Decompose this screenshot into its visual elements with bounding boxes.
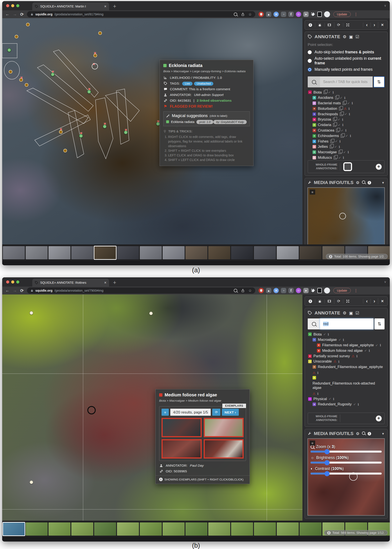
close-window-button[interactable] — [6, 4, 9, 7]
slider-track[interactable] — [311, 473, 382, 475]
facebook-extension-icon[interactable]: f — [288, 288, 294, 293]
info-icon[interactable]: i — [339, 145, 340, 149]
expand-icon[interactable]: + — [313, 101, 316, 105]
tree-item[interactable]: +Redundant_Filamentous algae_epiphyte⚠i — [308, 364, 385, 376]
slider-thumb[interactable] — [324, 460, 329, 465]
filmstrip-thumbnail[interactable] — [208, 522, 230, 536]
browser-tab[interactable]: SQUIDLE+ ANNOTATE: Martin I × — [32, 2, 109, 10]
filmstrip-thumbnail[interactable] — [254, 246, 276, 259]
copy-icon[interactable] — [336, 129, 339, 132]
tree-item[interactable]: +Bacterial mats✓i — [308, 100, 385, 106]
drive-extension-icon[interactable]: ▲ — [266, 12, 271, 17]
copy-icon[interactable] — [330, 140, 333, 143]
tree-item[interactable]: +Medium foliose red algae✓i — [308, 348, 385, 353]
info-icon[interactable]: i — [344, 96, 345, 100]
bookmark-star-icon[interactable]: ☆ — [248, 288, 252, 293]
filmstrip-thumbnail[interactable] — [49, 522, 70, 536]
copy-icon[interactable] — [330, 145, 333, 149]
tree-item[interactable]: −Biota✓i — [308, 90, 385, 95]
annotate-image-icon[interactable]: ▣ — [349, 34, 353, 39]
tree-item[interactable]: −Macroalgae✓i — [308, 337, 385, 342]
annotation-image[interactable]: Medium foliose red algae Biota > Macroal… — [2, 294, 302, 521]
tree-item[interactable]: +Fishes✓i — [308, 139, 385, 144]
close-panel-icon[interactable]: × — [378, 22, 386, 28]
extensions-puzzle-icon[interactable] — [311, 288, 315, 293]
tree-item[interactable]: +Redundant_Filamentous rock-attached alg… — [308, 376, 385, 396]
pointer-extension-icon[interactable]: ➤ — [303, 288, 308, 293]
radio-button[interactable] — [308, 59, 312, 63]
minimize-window-button[interactable] — [11, 4, 14, 7]
copy-icon[interactable] — [335, 96, 338, 100]
extensions-puzzle-icon[interactable] — [311, 12, 315, 16]
tree-item[interactable]: +Molluscs✓i — [308, 155, 385, 161]
copy-icon[interactable] — [323, 91, 327, 94]
pointer-extension-icon[interactable]: ➤ — [303, 12, 308, 17]
forward-button[interactable]: → — [13, 288, 17, 293]
adblock-extension-icon[interactable] — [259, 12, 264, 17]
share-icon[interactable] — [241, 289, 245, 292]
tab-close-icon[interactable]: × — [104, 4, 106, 8]
tag-pill[interactable]: Unattached — [194, 82, 213, 86]
search-input[interactable]: Search / TAB for quick lists — [320, 76, 373, 87]
info-icon[interactable]: i — [333, 397, 334, 401]
refresh-icon[interactable]: ⟳ — [334, 22, 343, 28]
collapse-icon[interactable]: − — [308, 91, 312, 94]
filmstrip-thumbnail[interactable] — [3, 246, 25, 259]
filmstrip-thumbnail[interactable] — [94, 246, 116, 259]
next-frame-icon[interactable]: › — [371, 23, 378, 28]
media-zoom-icon[interactable] — [362, 180, 365, 185]
info-icon[interactable]: i — [348, 150, 349, 154]
radio-option[interactable]: Auto-select unlabeled points in current … — [308, 56, 385, 65]
maximize-window-button[interactable] — [16, 280, 19, 284]
profile-avatar[interactable] — [324, 11, 330, 17]
back-button[interactable]: ← — [5, 288, 9, 293]
filmstrip-thumbnail[interactable] — [163, 246, 185, 259]
annotate-checkbox-icon[interactable]: ☑ — [356, 34, 359, 39]
media-zoom-preview[interactable]: ≡ Zoom (x 3)☼Brightness (100%)◐Contrast … — [308, 438, 385, 516]
expand-icon[interactable]: + — [313, 403, 316, 406]
slider-thumb[interactable] — [324, 471, 329, 476]
slider-contrast[interactable]: ◐Contrast (100%) — [311, 466, 382, 475]
tree-item[interactable]: +Bioturbation⚠i — [308, 106, 385, 111]
shortcut-extension-icon[interactable]: ⌘ — [273, 288, 279, 293]
new-tab-button[interactable]: + — [113, 4, 116, 9]
info-icon[interactable]: i — [350, 134, 351, 138]
exemplar-image[interactable] — [204, 418, 244, 437]
info-icon[interactable]: i — [342, 123, 343, 127]
bookmark-star-icon[interactable]: ☆ — [248, 12, 252, 17]
collapse-icon[interactable]: − — [308, 333, 312, 336]
exemplars-filter-button[interactable]: ≡ — [161, 409, 169, 416]
slider-thumb[interactable] — [324, 449, 329, 454]
tree-item[interactable]: +Bryozoa✓i — [308, 117, 385, 122]
expand-icon[interactable]: + — [313, 113, 316, 116]
info-icon[interactable]: i — [343, 338, 344, 342]
copy-icon[interactable] — [333, 118, 336, 121]
info-icon[interactable]: i — [352, 101, 353, 105]
preview-settings-icon[interactable]: ≡ — [310, 190, 315, 195]
tree-item[interactable]: −Unscorable⚠i — [308, 359, 385, 364]
annotation-point-labeled[interactable] — [7, 48, 11, 52]
annotate-image-icon[interactable]: ▣ — [349, 311, 353, 316]
annotation-point[interactable] — [26, 23, 30, 27]
expand-icon[interactable]: + — [313, 156, 316, 159]
update-button[interactable]: Update — [333, 288, 351, 293]
back-button[interactable]: ← — [5, 12, 9, 17]
filmstrip-thumbnail[interactable] — [140, 246, 162, 259]
window-controls[interactable] — [6, 280, 19, 284]
tree-item[interactable]: +Echinoderms✓i — [308, 133, 385, 139]
window-controls[interactable] — [6, 4, 19, 7]
prev-frame-icon[interactable]: ‹ — [363, 299, 371, 304]
annotation-image[interactable]: ××××××××××× Ecklonia radiata Biota > Mac… — [2, 18, 302, 244]
annotation-point[interactable] — [30, 311, 33, 315]
tag-pill[interactable]: Live — [182, 82, 192, 86]
expand-icon[interactable]: + — [313, 96, 316, 100]
bug-report-icon[interactable] — [315, 299, 324, 304]
update-button[interactable]: Update — [333, 12, 351, 17]
expand-icon[interactable]: + — [317, 349, 321, 352]
preview-settings-icon[interactable]: ≡ — [310, 441, 315, 446]
tab-close-icon[interactable]: × — [104, 281, 106, 285]
tree-item[interactable]: +Redundant_Rugosity✓i — [308, 402, 385, 407]
info-icon[interactable]: i — [349, 107, 350, 110]
filmstrip-thumbnail[interactable] — [185, 246, 207, 259]
reader-extension-icon[interactable] — [317, 288, 322, 293]
